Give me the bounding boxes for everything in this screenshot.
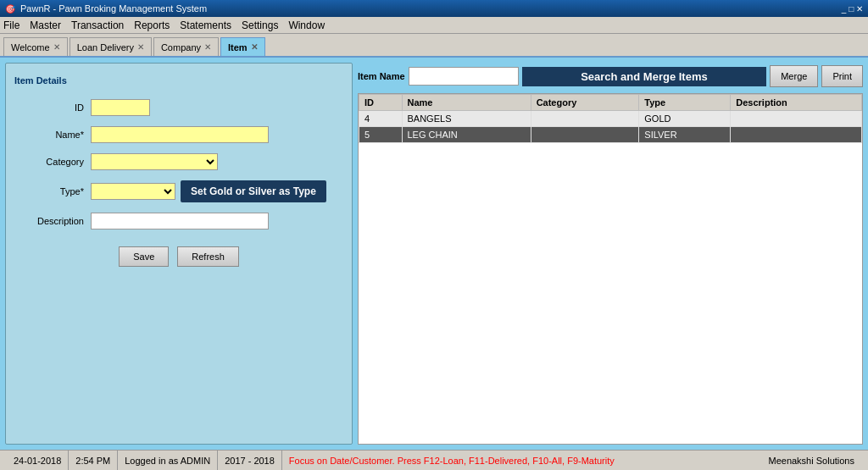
- app-icon: 🎯: [5, 4, 15, 14]
- cell-type: SILVER: [639, 127, 731, 143]
- menu-bar: File Master Transaction Reports Statemen…: [0, 17, 868, 34]
- name-label: Name*: [14, 130, 91, 140]
- menu-file[interactable]: File: [3, 19, 19, 31]
- table-row[interactable]: 4BANGELSGOLD: [359, 111, 862, 127]
- item-details-panel: Item Details ID Name* Category Type* GOL…: [5, 63, 353, 445]
- search-input[interactable]: [409, 67, 519, 86]
- items-table-container: ID Name Category Type Description 4BANGE…: [358, 93, 863, 445]
- menu-reports[interactable]: Reports: [134, 19, 170, 31]
- cell-description: [731, 127, 862, 143]
- search-label: Item Name: [358, 71, 405, 81]
- cell-name: LEG CHAIN: [402, 127, 531, 143]
- menu-window[interactable]: Window: [288, 19, 325, 31]
- menu-settings[interactable]: Settings: [242, 19, 278, 31]
- merge-button[interactable]: Merge: [770, 65, 818, 87]
- col-id: ID: [359, 95, 403, 111]
- items-table: ID Name Category Type Description 4BANGE…: [359, 94, 862, 143]
- id-field[interactable]: [91, 99, 150, 116]
- tab-loan-delivery[interactable]: Loan Delivery ✕: [70, 37, 152, 56]
- cell-category: [531, 111, 639, 127]
- title-bar: 🎯 PawnR - Pawn Broking Management System…: [0, 0, 868, 17]
- status-time: 2:54 PM: [69, 451, 118, 470]
- category-label: Category: [14, 157, 91, 167]
- name-field[interactable]: [91, 126, 269, 143]
- status-company: Meenakshi Solutions: [761, 451, 861, 470]
- tab-item[interactable]: Item ✕: [220, 37, 265, 56]
- app-title: PawnR - Pawn Broking Management System: [20, 3, 207, 14]
- category-select[interactable]: [91, 153, 218, 170]
- tab-close-welcome[interactable]: ✕: [53, 42, 60, 52]
- id-label: ID: [14, 102, 91, 113]
- description-label: Description: [14, 216, 91, 226]
- window-controls[interactable]: _ □ ✕: [842, 4, 863, 14]
- items-right-panel: Item Name Search and Merge Items Merge P…: [358, 63, 863, 445]
- col-name: Name: [402, 95, 531, 111]
- cell-id: 4: [359, 111, 403, 127]
- cell-description: [731, 111, 862, 127]
- menu-transaction[interactable]: Transaction: [71, 19, 124, 31]
- status-date: 24-01-2018: [7, 451, 69, 470]
- search-row: Item Name Search and Merge Items Merge P…: [358, 63, 863, 90]
- menu-master[interactable]: Master: [30, 19, 61, 31]
- description-row: Description: [14, 213, 343, 229]
- col-category: Category: [531, 95, 639, 111]
- status-focus: Focus on Date/Customer. Press F12-Loan, …: [282, 456, 762, 466]
- type-label: Type*: [14, 186, 91, 196]
- refresh-button[interactable]: Refresh: [177, 246, 239, 267]
- type-tooltip: Set Gold or Silver as Type: [181, 180, 326, 202]
- tab-close-loan-delivery[interactable]: ✕: [137, 42, 144, 52]
- cell-category: [531, 127, 639, 143]
- id-row: ID: [14, 99, 343, 116]
- tab-company[interactable]: Company ✕: [153, 37, 219, 56]
- tab-bar: Welcome ✕ Loan Delivery ✕ Company ✕ Item…: [0, 34, 868, 58]
- name-row: Name*: [14, 126, 343, 143]
- tab-welcome[interactable]: Welcome ✕: [3, 37, 68, 56]
- table-row[interactable]: 5LEG CHAINSILVER: [359, 127, 862, 143]
- description-field[interactable]: [91, 213, 269, 229]
- status-logged-in: Logged in as ADMIN: [118, 451, 218, 470]
- cell-id: 5: [359, 127, 403, 143]
- tab-close-item[interactable]: ✕: [251, 42, 258, 52]
- cell-type: GOLD: [639, 111, 731, 127]
- menu-statements[interactable]: Statements: [180, 19, 231, 31]
- status-year: 2017 - 2018: [218, 451, 282, 470]
- main-content: Item Details ID Name* Category Type* GOL…: [0, 58, 868, 450]
- search-merge-title: Search and Merge Items: [522, 67, 767, 86]
- category-row: Category: [14, 153, 343, 170]
- cell-name: BANGELS: [402, 111, 531, 127]
- form-buttons: Save Refresh: [14, 246, 343, 267]
- save-button[interactable]: Save: [119, 246, 169, 267]
- col-type: Type: [639, 95, 731, 111]
- tab-close-company[interactable]: ✕: [204, 42, 211, 52]
- type-select[interactable]: GOLD SILVER: [91, 183, 175, 200]
- status-bar: 24-01-2018 2:54 PM Logged in as ADMIN 20…: [0, 450, 868, 470]
- type-row: Type* GOLD SILVER Set Gold or Silver as …: [14, 180, 343, 202]
- col-description: Description: [731, 95, 862, 111]
- print-button[interactable]: Print: [821, 65, 863, 87]
- panel-title: Item Details: [14, 75, 343, 86]
